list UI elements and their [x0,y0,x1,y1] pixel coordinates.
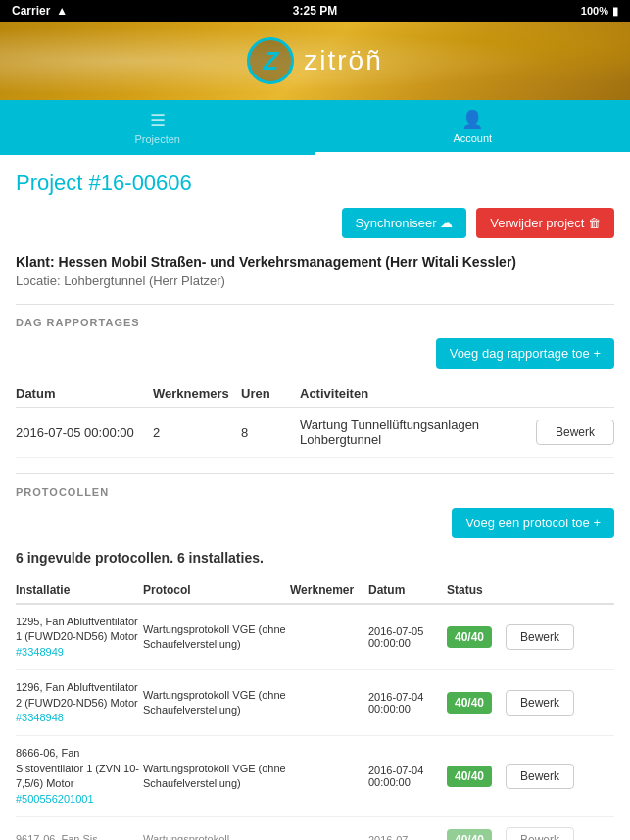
add-rapportage-row: Voeg dag rapportage toe + [16,338,614,369]
add-rapportage-button[interactable]: Voeg dag rapportage toe + [436,338,614,369]
col-werknemers: Werknemers [153,386,241,401]
client-name: Klant: Hessen Mobil Straßen- und Verkehr… [16,254,614,270]
add-protocol-button[interactable]: Voeg een protocol toe + [452,508,614,538]
account-icon: 👤 [461,109,483,130]
col-actions [536,386,614,401]
status-badge-2: 40/40 [447,692,492,714]
proto-col-actions [506,583,574,597]
bewerk-proto-1[interactable]: Bewerk [506,624,574,650]
proto-col-werknemer: Werknemer [290,583,368,597]
dag-rapportages-header: DAG RAPPORTAGES [16,304,614,328]
status-1: 40/40 [447,626,506,648]
proto-3: Wartungsprotokoll VGE (ohne Schaufelvers… [143,762,290,792]
project-number: 16-00606 [101,171,192,195]
datum-2: 2016-07-04 00:00:00 [368,691,447,715]
projecten-icon: ☰ [150,110,166,131]
col-datum: Datum [16,386,153,401]
status-2: 40/40 [447,692,506,714]
proto-row-3: 8666-06, Fan Sistoventilator 1 (ZVN 10-7… [16,736,614,817]
logo-container: Z zitröñ [247,37,382,84]
bewerk-dag-button[interactable]: Bewerk [536,420,614,445]
row-uren: 8 [241,425,300,440]
action-buttons: Synchroniseer ☁ Verwijder project 🗑 [16,208,614,238]
proto-col-datum: Datum [368,583,447,597]
row-werknemers: 2 [153,425,241,440]
install-3: 8666-06, Fan Sistoventilator 1 (ZVN 10-7… [16,746,143,807]
bewerk-proto-4[interactable]: Bewerk [506,827,574,840]
protocols-section: PROTOCOLLEN Voeg een protocol toe + 6 in… [16,473,614,840]
row-datum: 2016-07-05 00:00:00 [16,425,153,440]
proto-4: Wartungsprotokoll... [143,832,290,840]
proto-row-2: 1296, Fan Abluftventilator 2 (FUWD20-ND5… [16,670,614,736]
install-link-2[interactable]: #3348948 [16,712,64,723]
header-banner: Z zitröñ [0,22,630,100]
install-link-3[interactable]: #500556201001 [16,793,94,805]
datum-1: 2016-07-05 00:00:00 [368,625,447,649]
proto-1: Wartungsprotokoll VGE (ohne Schaufelvers… [143,622,290,653]
status-4: 40/40 [447,829,506,840]
install-2: 1296, Fan Abluftventilator 2 (FUWD20-ND5… [16,680,143,725]
proto-col-status: Status [447,583,506,597]
delete-button[interactable]: Verwijder project 🗑 [476,208,614,238]
proto-row-4: 9617-06, Fan Sis... Wartungsprotokoll...… [16,817,614,840]
protocollen-header: PROTOCOLLEN [16,473,614,498]
wifi-icon: ▲ [56,4,68,18]
status-bar-left: Carrier ▲ [12,4,68,18]
status-bar: Carrier ▲ 3:25 PM 100% ▮ [0,0,630,22]
carrier-text: Carrier [12,4,50,18]
tab-account[interactable]: 👤 Account [315,100,631,155]
tab-projecten-label: Projecten [135,133,180,145]
tab-projecten[interactable]: ☰ Projecten [0,100,315,155]
bewerk-proto-3[interactable]: Bewerk [506,764,574,789]
status-badge-1: 40/40 [447,626,492,648]
add-protocol-row: Voeg een protocol toe + [16,508,614,538]
tab-bar: ☰ Projecten 👤 Account [0,100,630,155]
install-link-1[interactable]: #3348949 [16,646,64,658]
dag-table-row: 2016-07-05 00:00:00 2 8 Wartung Tunnellü… [16,408,614,458]
proto-2: Wartungsprotokoll VGE (ohne Schaufelvers… [143,688,290,718]
status-badge-4: 40/40 [447,829,492,840]
logo-circle: Z [247,37,294,84]
install-1: 1295, Fan Abluftventilator 1 (FUWD20-ND5… [16,615,143,660]
tab-account-label: Account [453,132,492,144]
proto-col-installatie: Installatie [16,583,143,597]
status-badge-3: 40/40 [447,766,492,787]
proto-row-1: 1295, Fan Abluftventilator 1 (FUWD20-ND5… [16,605,614,670]
col-uren: Uren [241,386,300,401]
project-title: Project #16-00606 [16,171,614,196]
battery-icon: ▮ [612,5,618,18]
status-bar-time: 3:25 PM [293,4,337,18]
status-3: 40/40 [447,766,506,787]
datum-3: 2016-07-04 00:00:00 [368,765,447,788]
protocols-count: 6 ingevulde protocollen. 6 installaties. [16,550,614,566]
row-activiteiten: Wartung Tunnellüftungsanlagen Lohbergtun… [300,418,536,447]
location: Locatie: Lohbergtunnel (Herr Platzer) [16,273,614,288]
install-4: 9617-06, Fan Sis... [16,832,143,840]
main-content: Project #16-00606 Synchroniseer ☁ Verwij… [0,155,630,840]
bewerk-proto-2[interactable]: Bewerk [506,690,574,716]
col-activiteiten: Activiteiten [300,386,536,401]
sync-button[interactable]: Synchroniseer ☁ [342,208,467,238]
logo-letter: Z [263,46,278,76]
proto-col-protocol: Protocol [143,583,290,597]
proto-table-header: Installatie Protocol Werknemer Datum Sta… [16,577,614,605]
dag-table-header: Datum Werknemers Uren Activiteiten [16,380,614,408]
logo-text: zitröñ [304,45,382,76]
project-prefix: Project # [16,171,101,195]
datum-4: 2016-07- [368,834,447,840]
status-bar-right: 100% ▮ [581,5,618,18]
battery-text: 100% [581,5,608,17]
